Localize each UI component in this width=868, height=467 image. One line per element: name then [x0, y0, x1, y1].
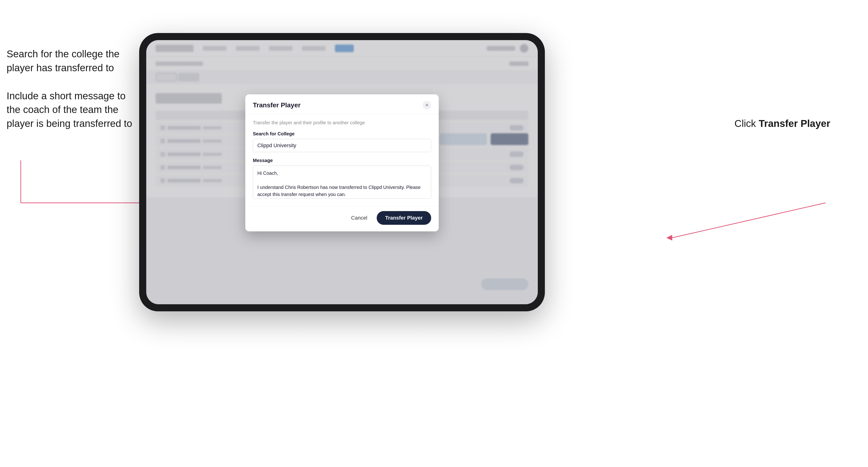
- close-icon: ×: [426, 102, 429, 108]
- modal-header: Transfer Player ×: [245, 94, 439, 115]
- search-college-input[interactable]: [253, 139, 431, 152]
- search-college-label: Search for College: [253, 131, 431, 136]
- modal-subtitle: Transfer the player and their profile to…: [253, 120, 431, 125]
- tablet-device: Transfer Player × Transfer the player an…: [139, 33, 545, 311]
- cancel-button[interactable]: Cancel: [346, 212, 372, 224]
- modal-footer: Cancel Transfer Player: [245, 206, 439, 231]
- transfer-player-modal: Transfer Player × Transfer the player an…: [245, 94, 439, 231]
- modal-body: Transfer the player and their profile to…: [245, 115, 439, 206]
- left-annotations: Search for the college the player has tr…: [7, 47, 139, 145]
- svg-line-3: [672, 203, 826, 238]
- annotation-transfer-bold: Transfer Player: [758, 118, 830, 129]
- transfer-player-button[interactable]: Transfer Player: [377, 211, 431, 225]
- annotation-message-text: Include a short message to the coach of …: [7, 89, 139, 131]
- modal-title: Transfer Player: [253, 101, 301, 109]
- modal-overlay: Transfer Player × Transfer the player an…: [146, 40, 538, 304]
- message-textarea[interactable]: Hi Coach, I understand Chris Robertson h…: [253, 165, 431, 198]
- svg-marker-4: [666, 235, 672, 241]
- annotation-search-text: Search for the college the player has tr…: [7, 47, 139, 75]
- modal-close-button[interactable]: ×: [423, 101, 431, 110]
- annotation-click-prefix: Click: [735, 118, 759, 129]
- message-label: Message: [253, 158, 431, 163]
- right-annotation: Click Transfer Player: [735, 118, 830, 129]
- tablet-screen: Transfer Player × Transfer the player an…: [146, 40, 538, 304]
